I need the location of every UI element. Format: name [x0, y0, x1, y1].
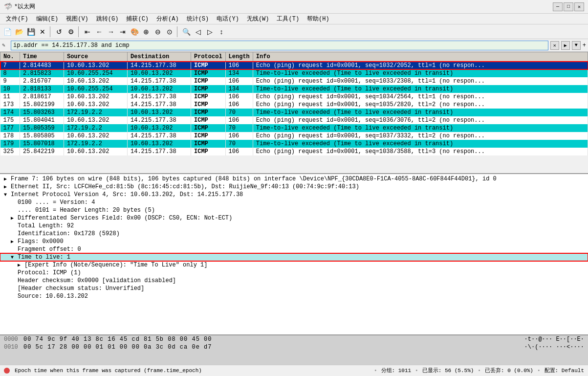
jump-button[interactable]: ↕: [216, 26, 227, 37]
save-button[interactable]: 💾: [25, 26, 36, 37]
table-cell: ICMP: [191, 148, 226, 155]
table-cell: 10.60.13.202: [64, 77, 128, 85]
filter-input[interactable]: [11, 41, 548, 50]
table-cell: 173: [0, 101, 20, 109]
filter-save-button[interactable]: ▼: [572, 41, 581, 50]
packet-detail-pane[interactable]: ▶Frame 7: 106 bytes on wire (848 bits), …: [0, 174, 588, 335]
menu-capture[interactable]: 捕获(C): [122, 14, 152, 24]
detail-line-frame[interactable]: ▶Frame 7: 106 bytes on wire (848 bits), …: [0, 175, 588, 183]
hex-pane: 0000 00 74 9c 9f 40 13 8c 16 45 cd 81 5b…: [0, 335, 588, 365]
menu-go[interactable]: 跳转(G): [92, 14, 123, 24]
scroll-next-button[interactable]: →: [106, 26, 116, 37]
table-cell: 10.60.13.202: [64, 101, 128, 109]
expand-icon[interactable]: ▶: [11, 239, 18, 244]
next-find-button[interactable]: ▷: [204, 26, 215, 37]
table-row[interactable]: 17915.807018172.19.2.210.60.13.202ICMP70…: [0, 140, 588, 148]
table-row[interactable]: 112.81861710.60.13.20214.215.177.38ICMP1…: [0, 93, 588, 101]
detail-line-ip-id[interactable]: Identification: 0x1728 (5928): [0, 230, 588, 238]
status-sep-2: •: [415, 368, 418, 374]
expand-icon[interactable]: ▼: [11, 255, 18, 260]
detail-line-ip-dsf[interactable]: ▶Differentiated Services Field: 0x00 (DS…: [0, 214, 588, 222]
filter-clear-button[interactable]: ✕: [550, 41, 559, 50]
detail-text: Frame 7: 106 bytes on wire (848 bits), 1…: [11, 176, 497, 182]
col-header-time: Time: [20, 52, 64, 62]
detail-line-ip-totlen[interactable]: Total Length: 92: [0, 222, 588, 230]
detail-line-ip-ver[interactable]: 0100 .... = Version: 4: [0, 199, 588, 206]
new-button[interactable]: 📄: [2, 26, 13, 37]
menu-help[interactable]: 帮助(H): [303, 14, 333, 24]
packet-list-section: No. Time Source Destination Protocol Len…: [0, 52, 588, 174]
window-title: *以太网: [14, 2, 35, 11]
prev-find-button[interactable]: ◁: [193, 26, 203, 37]
table-cell: ICMP: [191, 77, 226, 85]
menu-tools[interactable]: 工具(T): [273, 14, 303, 24]
table-cell: Echo (ping) request id=0x0001, seq=1034/…: [253, 93, 588, 101]
reload-button[interactable]: ↺: [54, 26, 65, 37]
menu-edit[interactable]: 编辑(E): [32, 14, 63, 24]
detail-line-ip-hlen[interactable]: .... 0101 = Header Length: 20 bytes (5): [0, 206, 588, 214]
maximize-button[interactable]: □: [564, 2, 573, 11]
capture-options-button[interactable]: ⚙: [65, 26, 76, 37]
zoom-in-button[interactable]: ⊕: [141, 26, 152, 37]
table-cell: ICMP: [191, 62, 226, 70]
scroll-bottom-button[interactable]: ⇥: [117, 26, 128, 37]
table-row[interactable]: 102.81813310.60.255.25410.60.13.202ICMP1…: [0, 85, 588, 93]
table-cell: 10.60.13.202: [128, 69, 191, 77]
packet-list[interactable]: No. Time Source Destination Protocol Len…: [0, 52, 588, 174]
menu-file[interactable]: 文件(F): [2, 14, 32, 24]
filter-apply-button[interactable]: ▶: [561, 41, 570, 50]
expand-icon[interactable]: ▼: [4, 192, 11, 198]
table-cell: 2.818133: [20, 85, 64, 93]
table-row[interactable]: 72.81448310.60.13.20214.215.177.38ICMP10…: [0, 62, 588, 70]
detail-line-ip-proto[interactable]: Protocol: ICMP (1): [0, 269, 588, 277]
detail-line-ip-ttl[interactable]: ▼Time to live: 1: [0, 253, 588, 261]
menu-analyze[interactable]: 分析(A): [152, 14, 183, 24]
expand-icon[interactable]: ▶: [4, 184, 11, 190]
detail-line-ip-checksum[interactable]: Header checksum: 0x0000 [validation disa…: [0, 277, 588, 285]
open-button[interactable]: 📂: [14, 26, 24, 37]
table-row[interactable]: 17815.80580510.60.13.20214.215.177.38ICM…: [0, 132, 588, 140]
table-row[interactable]: 17315.80219910.60.13.20214.215.177.38ICM…: [0, 101, 588, 109]
expand-icon[interactable]: ▶: [11, 215, 18, 221]
table-cell: 10.60.255.254: [64, 69, 128, 77]
menu-view[interactable]: 视图(V): [62, 14, 92, 24]
table-cell: 106: [225, 62, 253, 70]
zoom-reset-button[interactable]: ⊙: [164, 26, 175, 37]
minimize-button[interactable]: —: [553, 2, 563, 11]
menu-wireless[interactable]: 无线(W): [243, 14, 273, 24]
table-row[interactable]: 82.81582310.60.255.25410.60.13.202ICMP13…: [0, 69, 588, 77]
colorize-button[interactable]: 🎨: [129, 26, 140, 37]
table-cell: 14.215.177.38: [128, 101, 191, 109]
detail-line-ip[interactable]: ▼Internet Protocol Version 4, Src: 10.60…: [0, 191, 588, 199]
table-row[interactable]: 17515.80404110.60.13.20214.215.177.38ICM…: [0, 116, 588, 124]
table-cell: 134: [225, 85, 253, 93]
close-button[interactable]: ✕: [574, 2, 584, 11]
toolbar: 📄 📂 💾 ✕ ↺ ⚙ ⇤ ← → ⇥ 🎨 ⊕ ⊖ ⊙ 🔍 ◁ ▷ ↕: [0, 24, 588, 39]
detail-line-ip-ttl-expert[interactable]: ▶[Expert Info (Note/Sequence): "Time To …: [0, 261, 588, 269]
table-cell: 2.814483: [20, 62, 64, 70]
expand-icon[interactable]: ▶: [4, 176, 11, 182]
scroll-top-button[interactable]: ⇤: [82, 26, 93, 37]
zoom-out-button[interactable]: ⊖: [152, 26, 163, 37]
expand-icon[interactable]: ▶: [18, 262, 24, 268]
table-cell: ICMP: [191, 101, 226, 109]
detail-line-ip-flags[interactable]: ▶Flags: 0x0000: [0, 238, 588, 245]
close-button[interactable]: ✕: [37, 26, 48, 37]
detail-line-ip-src[interactable]: Source: 10.60.13.202: [0, 292, 588, 300]
menu-phone[interactable]: 电话(Y): [213, 14, 243, 24]
table-row[interactable]: 92.81670710.60.13.20214.215.177.38ICMP10…: [0, 77, 588, 85]
table-cell: 7: [0, 62, 20, 70]
table-row[interactable]: 17415.803263172.19.2.210.60.13.202ICMP70…: [0, 109, 588, 116]
scroll-prev-button[interactable]: ←: [94, 26, 105, 37]
detail-line-ip-checksum-status[interactable]: [Header checksum status: Unverified]: [0, 285, 588, 292]
table-row[interactable]: 17715.805359172.19.2.210.60.13.202ICMP70…: [0, 124, 588, 132]
table-cell: 15.804041: [20, 116, 64, 124]
detail-line-ip-frag[interactable]: Fragment offset: 0: [0, 245, 588, 253]
table-cell: ICMP: [191, 140, 226, 148]
epoch-text: Epoch time when this frame was captured …: [15, 368, 370, 374]
table-cell: 106: [225, 93, 253, 101]
find-button[interactable]: 🔍: [181, 26, 192, 37]
table-row[interactable]: 32525.84221910.60.13.20214.215.177.38ICM…: [0, 148, 588, 155]
detail-line-ethernet[interactable]: ▶Ethernet II, Src: LCFCHeFe_cd:81:5b (8c…: [0, 183, 588, 191]
menu-stats[interactable]: 统计(S): [183, 14, 213, 24]
